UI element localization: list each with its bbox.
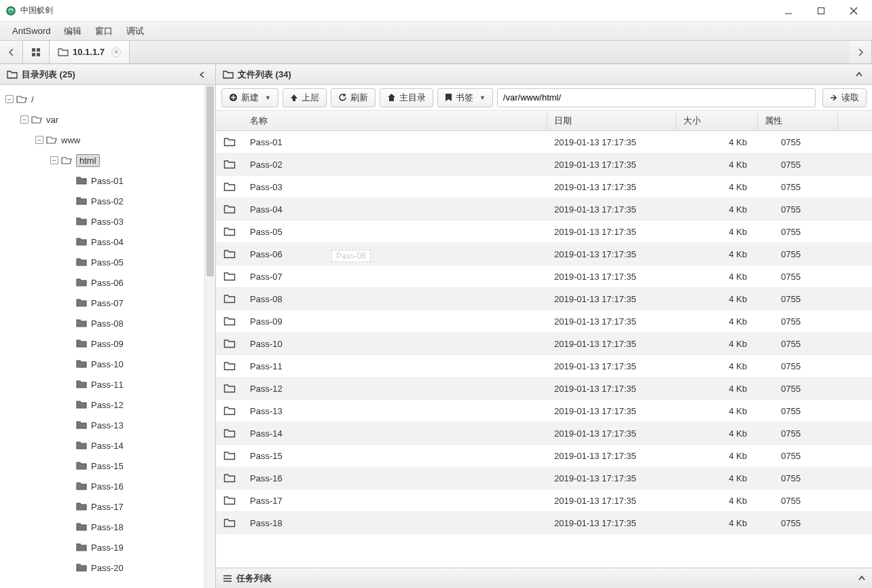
- tree-node[interactable]: Pass-04: [0, 232, 204, 252]
- table-row[interactable]: Pass-032019-01-13 17:17:354 Kb0755: [216, 176, 872, 198]
- table-row[interactable]: Pass-092019-01-13 17:17:354 Kb0755: [216, 310, 872, 333]
- table-row[interactable]: Pass-042019-01-13 17:17:354 Kb0755: [216, 198, 872, 221]
- folder-icon: [76, 461, 87, 471]
- tree-node[interactable]: Pass-15: [0, 456, 204, 476]
- tree-node[interactable]: Pass-17: [0, 496, 204, 517]
- tree-node[interactable]: −var: [0, 109, 204, 130]
- col-name[interactable]: 名称: [216, 111, 547, 130]
- tree-node-label: Pass-08: [91, 318, 124, 329]
- tree-node[interactable]: −html: [0, 150, 204, 170]
- tree-node[interactable]: Pass-13: [0, 415, 204, 435]
- table-row[interactable]: Pass-132019-01-13 17:17:354 Kb0755: [216, 400, 872, 422]
- folder-icon: [216, 271, 243, 282]
- arrow-up-icon: [290, 94, 298, 102]
- table-row[interactable]: Pass-062019-01-13 17:17:354 Kb0755: [216, 243, 872, 265]
- tree-scroll-thumb[interactable]: [206, 86, 214, 276]
- col-size[interactable]: 大小: [676, 111, 758, 130]
- tree-node[interactable]: Pass-02: [0, 191, 204, 211]
- tab-home[interactable]: [23, 41, 50, 63]
- row-date: 2019-01-13 17:17:35: [547, 473, 676, 483]
- close-button[interactable]: [843, 3, 864, 19]
- row-size: 4 Kb: [676, 451, 758, 461]
- tree-node[interactable]: Pass-03: [0, 211, 204, 232]
- tab-nav-prev[interactable]: [0, 41, 23, 63]
- table-row[interactable]: Pass-012019-01-13 17:17:354 Kb0755: [216, 131, 872, 153]
- tree-spacer: [65, 339, 73, 348]
- table-row[interactable]: Pass-102019-01-13 17:17:354 Kb0755: [216, 333, 872, 355]
- row-date: 2019-01-13 17:17:35: [547, 496, 676, 506]
- table-row[interactable]: Pass-142019-01-13 17:17:354 Kb0755: [216, 422, 872, 445]
- tab-host[interactable]: 10.1.1.7 ✕: [50, 41, 130, 63]
- table-row[interactable]: Pass-152019-01-13 17:17:354 Kb0755: [216, 445, 872, 467]
- table-row[interactable]: Pass-182019-01-13 17:17:354 Kb0755: [216, 512, 872, 534]
- file-table[interactable]: 名称 日期 大小 属性 Pass-012019-01-13 17:17:354 …: [216, 111, 872, 568]
- maximize-button[interactable]: [811, 3, 831, 19]
- refresh-button[interactable]: 刷新: [331, 88, 376, 107]
- table-row[interactable]: Pass-162019-01-13 17:17:354 Kb0755: [216, 467, 872, 490]
- home-button[interactable]: 主目录: [380, 88, 433, 107]
- folder-icon: [216, 181, 243, 192]
- row-name: Pass-15: [243, 451, 547, 461]
- tree-toggle[interactable]: −: [20, 115, 29, 124]
- tree-scrollbar[interactable]: [204, 85, 215, 588]
- menu-edit[interactable]: 编辑: [57, 22, 88, 40]
- tree-node[interactable]: Pass-10: [0, 354, 204, 374]
- row-name: Pass-16: [243, 473, 547, 483]
- menu-antsword[interactable]: AntSword: [5, 23, 57, 39]
- tree-node[interactable]: Pass-01: [0, 170, 204, 191]
- table-row[interactable]: Pass-082019-01-13 17:17:354 Kb0755: [216, 288, 872, 310]
- up-button[interactable]: 上层: [283, 88, 327, 107]
- row-size: 4 Kb: [676, 518, 758, 528]
- tree-node[interactable]: Pass-18: [0, 517, 204, 537]
- tree-node[interactable]: Pass-12: [0, 394, 204, 415]
- path-input[interactable]: [497, 88, 816, 107]
- row-date: 2019-01-13 17:17:35: [547, 361, 676, 371]
- menubar: AntSword 编辑 窗口 调试: [0, 22, 872, 41]
- bookmark-button[interactable]: 书签 ▼: [437, 88, 493, 107]
- table-row[interactable]: Pass-112019-01-13 17:17:354 Kb0755: [216, 355, 872, 378]
- tree-toggle[interactable]: −: [5, 95, 14, 103]
- row-attr: 0755: [758, 339, 838, 349]
- tree-node[interactable]: Pass-20: [0, 557, 204, 578]
- table-row[interactable]: Pass-122019-01-13 17:17:354 Kb0755: [216, 378, 872, 400]
- minimize-button[interactable]: [778, 3, 799, 19]
- table-row[interactable]: Pass-022019-01-13 17:17:354 Kb0755: [216, 153, 872, 176]
- tree-node[interactable]: Pass-07: [0, 293, 204, 313]
- col-attr[interactable]: 属性: [758, 111, 838, 130]
- tasklist-header[interactable]: 任务列表: [216, 568, 872, 588]
- new-button[interactable]: 新建 ▼: [221, 88, 278, 107]
- tab-nav-next[interactable]: [849, 41, 872, 63]
- col-date[interactable]: 日期: [547, 111, 676, 130]
- tree-node[interactable]: −/: [0, 89, 204, 109]
- tree-node-label: Pass-12: [91, 400, 124, 410]
- tree-node[interactable]: Pass-08: [0, 313, 204, 333]
- tree-node[interactable]: Pass-14: [0, 435, 204, 456]
- menu-debug[interactable]: 调试: [120, 22, 151, 40]
- tree-node[interactable]: Pass-19: [0, 537, 204, 557]
- table-row[interactable]: Pass-172019-01-13 17:17:354 Kb0755: [216, 490, 872, 512]
- tree-toggle[interactable]: −: [35, 136, 43, 144]
- app-icon: [5, 5, 16, 16]
- tasklist-expand-button[interactable]: [858, 575, 865, 582]
- tree-node[interactable]: Pass-16: [0, 476, 204, 496]
- tree-spacer: [65, 217, 73, 225]
- filelist-collapse-button[interactable]: [853, 70, 865, 79]
- sidebar-collapse-button[interactable]: [196, 70, 208, 79]
- tree-node[interactable]: −www: [0, 130, 204, 150]
- menu-window[interactable]: 窗口: [88, 22, 120, 40]
- read-button[interactable]: 读取: [822, 88, 867, 107]
- tree-toggle[interactable]: −: [50, 156, 58, 164]
- tree-node[interactable]: Pass-09: [0, 333, 204, 354]
- tree-node[interactable]: Pass-06: [0, 272, 204, 293]
- tree-node[interactable]: Pass-11: [0, 374, 204, 394]
- row-date: 2019-01-13 17:17:35: [547, 406, 676, 416]
- tree-node[interactable]: Pass-05: [0, 252, 204, 272]
- tree-node-label: /: [31, 94, 34, 105]
- row-date: 2019-01-13 17:17:35: [547, 518, 676, 528]
- table-row[interactable]: Pass-072019-01-13 17:17:354 Kb0755: [216, 265, 872, 288]
- home-label: 主目录: [399, 92, 426, 104]
- tab-close-icon[interactable]: ✕: [111, 48, 121, 57]
- table-row[interactable]: Pass-052019-01-13 17:17:354 Kb0755: [216, 221, 872, 243]
- directory-tree[interactable]: −/−var−www−htmlPass-01Pass-02Pass-03Pass…: [0, 85, 204, 588]
- row-date: 2019-01-13 17:17:35: [547, 272, 676, 282]
